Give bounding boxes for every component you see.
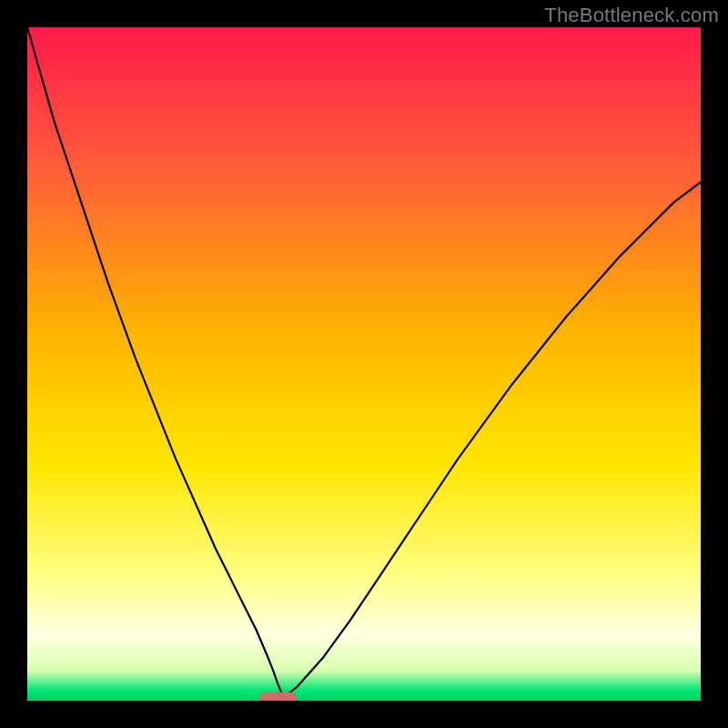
- chart-frame: TheBottleneck.com: [0, 0, 728, 728]
- bottleneck-marker: [259, 692, 297, 701]
- bottleneck-chart: [27, 27, 701, 701]
- watermark-text: TheBottleneck.com: [544, 4, 719, 27]
- plot-area: [27, 27, 701, 701]
